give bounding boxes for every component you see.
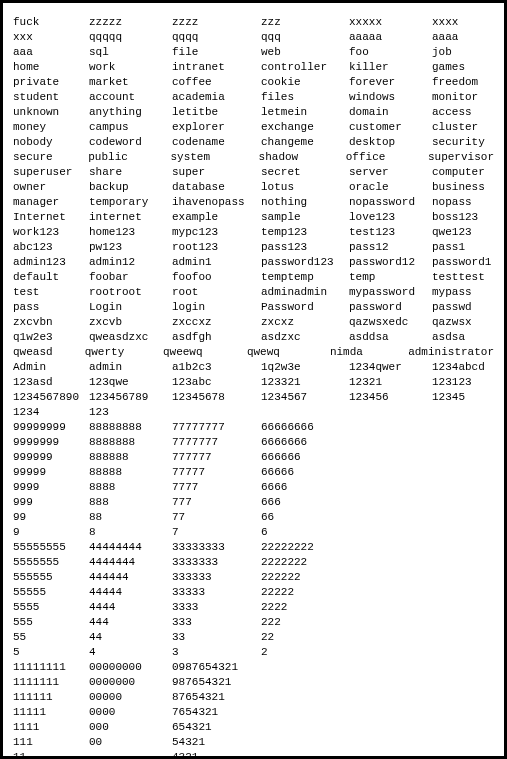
- list-item: [432, 405, 494, 420]
- list-item: 0987654321: [172, 660, 261, 675]
- list-item: account: [89, 90, 172, 105]
- list-item: manager: [13, 195, 89, 210]
- list-item: [349, 600, 432, 615]
- list-item: [432, 570, 494, 585]
- list-item: rootroot: [89, 285, 172, 300]
- list-item: explorer: [172, 120, 261, 135]
- list-item: [349, 540, 432, 555]
- list-item: aaaaa: [349, 30, 432, 45]
- list-item: 5555: [13, 600, 89, 615]
- list-item: [172, 405, 261, 420]
- list-item: aaa: [13, 45, 89, 60]
- list-item: 2: [261, 645, 349, 660]
- list-item: xxx: [13, 30, 89, 45]
- list-item: server: [349, 165, 432, 180]
- list-item: 55555: [13, 585, 89, 600]
- list-item: cookie: [261, 75, 349, 90]
- list-item: 66: [261, 510, 349, 525]
- list-item: xxxxx: [349, 15, 432, 30]
- list-item: zxccxz: [172, 315, 261, 330]
- list-item: [349, 615, 432, 630]
- list-item: 4444444: [89, 555, 172, 570]
- list-item: [349, 690, 432, 705]
- list-item: 222222: [261, 570, 349, 585]
- list-item: foobar: [89, 270, 172, 285]
- list-item: nopass: [432, 195, 494, 210]
- list-item: 123qwe: [89, 375, 172, 390]
- list-item: qweasdzxc: [89, 330, 172, 345]
- list-item: 9: [13, 525, 89, 540]
- list-item: Internet: [13, 210, 89, 225]
- list-item: aaaa: [432, 30, 494, 45]
- table-row: 999999888888777777666666: [13, 450, 494, 465]
- list-item: temp123: [261, 225, 349, 240]
- list-item: 55: [13, 630, 89, 645]
- list-item: private: [13, 75, 89, 90]
- list-item: asddsa: [349, 330, 432, 345]
- list-item: mypc123: [172, 225, 261, 240]
- list-item: 1234abcd: [432, 360, 494, 375]
- list-item: 22222222: [261, 540, 349, 555]
- list-item: 44: [89, 630, 172, 645]
- list-item: 888888: [89, 450, 172, 465]
- table-row: work123home123mypc123temp123test123qwe12…: [13, 225, 494, 240]
- list-item: 6666666: [261, 435, 349, 450]
- list-item: 12345678: [172, 390, 261, 405]
- list-item: abc123: [13, 240, 89, 255]
- list-item: secret: [261, 165, 349, 180]
- list-item: 00000: [89, 690, 172, 705]
- table-row: 55555444443333322222: [13, 585, 494, 600]
- table-row: 55443322: [13, 630, 494, 645]
- list-item: 4: [89, 645, 172, 660]
- table-row: 11111110000000987654321: [13, 675, 494, 690]
- list-item: database: [172, 180, 261, 195]
- list-item: letitbe: [172, 105, 261, 120]
- table-row: defaultfoobarfoofootemptemptemptesttest: [13, 270, 494, 285]
- list-item: work: [89, 60, 172, 75]
- list-item: file: [172, 45, 261, 60]
- list-item: 33333: [172, 585, 261, 600]
- table-row: nobodycodewordcodenamechangemedesktopsec…: [13, 135, 494, 150]
- table-row: zxcvbnzxcvbzxccxzzxcxzqazwsxedcqazwsx: [13, 315, 494, 330]
- table-row: 55555555444444443333333322222222: [13, 540, 494, 555]
- list-item: work123: [13, 225, 89, 240]
- list-item: [349, 555, 432, 570]
- table-row: 999888777666: [13, 495, 494, 510]
- list-item: nothing: [261, 195, 349, 210]
- password-list-page: fuckzzzzzzzzzzzzxxxxxxxxxxxxqqqqqqqqqqqq…: [0, 0, 507, 759]
- list-item: 111: [13, 735, 89, 750]
- list-item: [261, 660, 349, 675]
- table-row: passLoginloginPasswordpasswordpasswd: [13, 300, 494, 315]
- list-item: 444444: [89, 570, 172, 585]
- list-item: [261, 675, 349, 690]
- list-item: [349, 525, 432, 540]
- list-item: 123456789: [89, 390, 172, 405]
- list-item: 44444444: [89, 540, 172, 555]
- list-item: 5: [13, 645, 89, 660]
- list-item: killer: [349, 60, 432, 75]
- list-item: freedom: [432, 75, 494, 90]
- list-item: [261, 720, 349, 735]
- list-item: [432, 480, 494, 495]
- list-item: [349, 750, 432, 759]
- list-item: 123123: [432, 375, 494, 390]
- list-item: love123: [349, 210, 432, 225]
- list-item: 6666: [261, 480, 349, 495]
- list-item: 5555555: [13, 555, 89, 570]
- list-item: admin: [89, 360, 172, 375]
- list-item: 123asd: [13, 375, 89, 390]
- list-item: codeword: [89, 135, 172, 150]
- list-item: 1234567890: [13, 390, 89, 405]
- list-item: passwd: [432, 300, 494, 315]
- table-row: securepublicsystemshadowofficesupervisor: [13, 150, 494, 165]
- list-item: 8888888: [89, 435, 172, 450]
- list-item: [349, 510, 432, 525]
- list-item: [432, 735, 494, 750]
- list-item: password1: [432, 255, 494, 270]
- list-item: [432, 585, 494, 600]
- list-item: qweewq: [163, 345, 247, 360]
- list-item: nimda: [330, 345, 408, 360]
- list-item: testtest: [432, 270, 494, 285]
- list-item: example: [172, 210, 261, 225]
- list-item: internet: [89, 210, 172, 225]
